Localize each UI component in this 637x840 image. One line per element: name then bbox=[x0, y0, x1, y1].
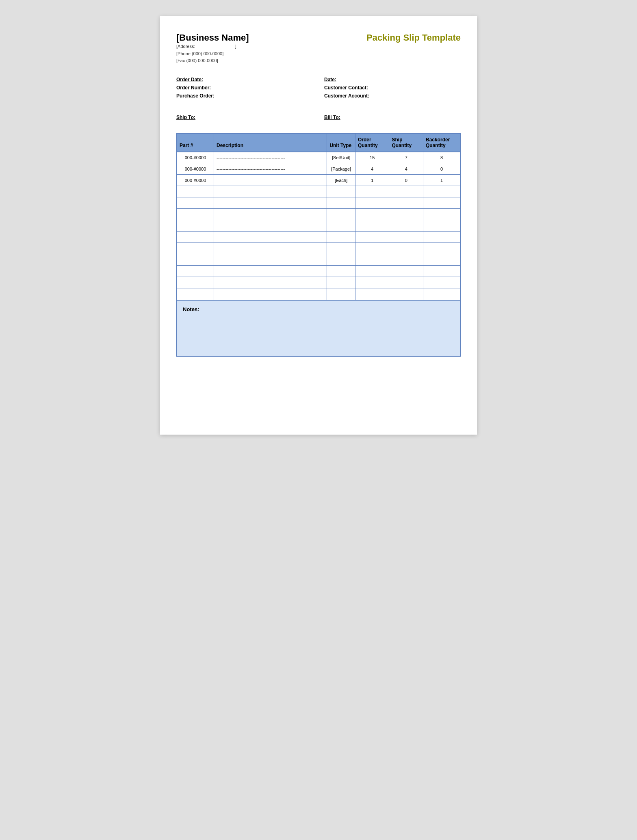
cell-description bbox=[214, 254, 327, 266]
cell-order-qty bbox=[355, 209, 389, 220]
customer-contact-row: Customer Contact: bbox=[324, 85, 461, 91]
cell-unit-type bbox=[327, 254, 355, 266]
col-header-description: Description bbox=[214, 134, 327, 152]
cell-backorder-qty bbox=[423, 209, 460, 220]
cell-description bbox=[214, 232, 327, 243]
table-header-row: Part # Description Unit Type Order Quant… bbox=[177, 134, 460, 152]
order-date-label: Order Date: bbox=[176, 77, 203, 82]
business-fax: [Fax (000) 000-0000] bbox=[176, 57, 249, 65]
cell-order-qty bbox=[355, 197, 389, 209]
table-row: 000-#0000 ------------------------------… bbox=[177, 163, 460, 175]
business-phone: [Phone (000) 000-0000] bbox=[176, 50, 249, 58]
cell-part bbox=[177, 243, 214, 254]
cell-ship-qty bbox=[389, 186, 423, 197]
cell-description bbox=[214, 220, 327, 232]
col-header-part: Part # bbox=[177, 134, 214, 152]
cell-ship-qty bbox=[389, 254, 423, 266]
table-row bbox=[177, 266, 460, 277]
cell-description: ----------------------------------------… bbox=[214, 163, 327, 175]
cell-order-qty: 4 bbox=[355, 163, 389, 175]
page: [Business Name] [Address: --------------… bbox=[160, 16, 477, 435]
table-row bbox=[177, 232, 460, 243]
order-number-label: Order Number: bbox=[176, 85, 211, 91]
table-row bbox=[177, 254, 460, 266]
business-address: [Address: --------------------------] bbox=[176, 43, 249, 50]
cell-backorder-qty bbox=[423, 220, 460, 232]
customer-account-label: Customer Account: bbox=[324, 93, 369, 99]
cell-order-qty bbox=[355, 186, 389, 197]
col-header-backorder-qty: Backorder Quantity bbox=[423, 134, 460, 152]
cell-description bbox=[214, 243, 327, 254]
cell-unit-type bbox=[327, 186, 355, 197]
cell-ship-qty bbox=[389, 277, 423, 288]
cell-description bbox=[214, 266, 327, 277]
cell-backorder-qty bbox=[423, 243, 460, 254]
cell-backorder-qty bbox=[423, 288, 460, 300]
cell-unit-type: [Set/Unit] bbox=[327, 152, 355, 163]
page-title: Packing Slip Template bbox=[366, 32, 461, 43]
bill-to-col: Bill To: bbox=[324, 113, 461, 121]
cell-part bbox=[177, 220, 214, 232]
bill-to-label: Bill To: bbox=[324, 115, 340, 120]
table-row bbox=[177, 186, 460, 197]
cell-ship-qty bbox=[389, 243, 423, 254]
cell-part bbox=[177, 266, 214, 277]
cell-part bbox=[177, 197, 214, 209]
order-info: Order Date: Order Number: Purchase Order… bbox=[176, 77, 461, 101]
cell-unit-type bbox=[327, 197, 355, 209]
customer-contact-label: Customer Contact: bbox=[324, 85, 368, 91]
cell-ship-qty: 4 bbox=[389, 163, 423, 175]
col-header-unit-type: Unit Type bbox=[327, 134, 355, 152]
cell-part bbox=[177, 209, 214, 220]
cell-backorder-qty bbox=[423, 254, 460, 266]
cell-ship-qty bbox=[389, 209, 423, 220]
cell-description bbox=[214, 197, 327, 209]
cell-part bbox=[177, 186, 214, 197]
cell-ship-qty bbox=[389, 232, 423, 243]
cell-part: 000-#0000 bbox=[177, 175, 214, 186]
notes-label: Notes: bbox=[183, 306, 199, 312]
cell-unit-type bbox=[327, 243, 355, 254]
cell-description bbox=[214, 186, 327, 197]
cell-order-qty: 15 bbox=[355, 152, 389, 163]
cell-description bbox=[214, 288, 327, 300]
table-row: 000-#0000 ------------------------------… bbox=[177, 152, 460, 163]
cell-backorder-qty: 0 bbox=[423, 163, 460, 175]
ship-bill-section: Ship To: Bill To: bbox=[176, 113, 461, 121]
order-date-row: Order Date: bbox=[176, 77, 313, 82]
cell-backorder-qty: 1 bbox=[423, 175, 460, 186]
cell-unit-type bbox=[327, 266, 355, 277]
cell-unit-type bbox=[327, 209, 355, 220]
cell-description bbox=[214, 277, 327, 288]
cell-backorder-qty bbox=[423, 186, 460, 197]
cell-part bbox=[177, 254, 214, 266]
table-row bbox=[177, 277, 460, 288]
table-row bbox=[177, 220, 460, 232]
order-info-left: Order Date: Order Number: Purchase Order… bbox=[176, 77, 313, 101]
table-body: 000-#0000 ------------------------------… bbox=[177, 152, 460, 300]
order-info-right: Date: Customer Contact: Customer Account… bbox=[324, 77, 461, 101]
cell-backorder-qty bbox=[423, 277, 460, 288]
cell-part bbox=[177, 277, 214, 288]
cell-unit-type: [Package] bbox=[327, 163, 355, 175]
cell-backorder-qty bbox=[423, 197, 460, 209]
cell-order-qty: 1 bbox=[355, 175, 389, 186]
purchase-order-label: Purchase Order: bbox=[176, 93, 214, 99]
cell-unit-type bbox=[327, 288, 355, 300]
table-row bbox=[177, 197, 460, 209]
cell-ship-qty bbox=[389, 197, 423, 209]
cell-ship-qty bbox=[389, 220, 423, 232]
date-label: Date: bbox=[324, 77, 336, 82]
cell-order-qty bbox=[355, 277, 389, 288]
business-name: [Business Name] bbox=[176, 32, 249, 43]
customer-account-row: Customer Account: bbox=[324, 93, 461, 99]
cell-description: ----------------------------------------… bbox=[214, 175, 327, 186]
cell-order-qty bbox=[355, 288, 389, 300]
cell-backorder-qty bbox=[423, 266, 460, 277]
table-row bbox=[177, 243, 460, 254]
col-header-order-qty: Order Quantity bbox=[355, 134, 389, 152]
cell-ship-qty: 7 bbox=[389, 152, 423, 163]
cell-description bbox=[214, 209, 327, 220]
order-number-row: Order Number: bbox=[176, 85, 313, 91]
cell-part bbox=[177, 232, 214, 243]
